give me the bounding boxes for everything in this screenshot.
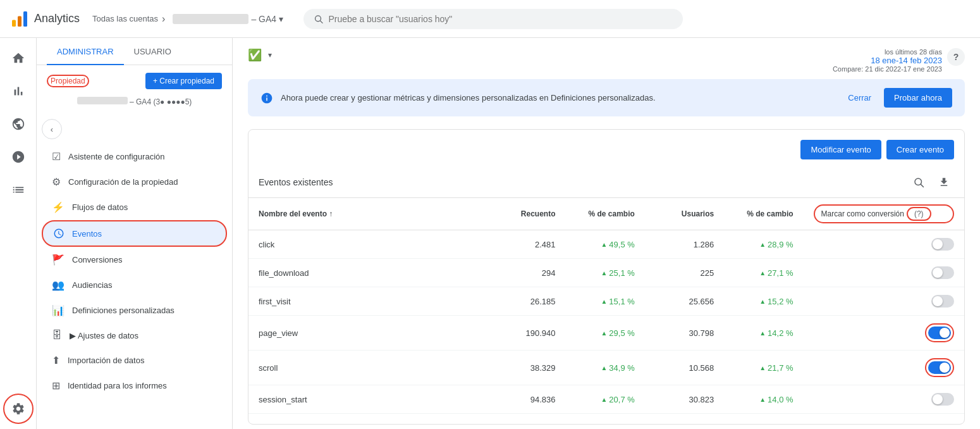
- propiedad-badge: Propiedad: [47, 75, 89, 87]
- cell-count-5: 94.836: [486, 385, 565, 414]
- sidebar-item-identidad-label: Identidad para los informes: [68, 381, 167, 390]
- table-row: click 2.481 ▲ 49,5 % 1.286 ▲ 28,9 %: [248, 230, 964, 259]
- sidebar-section-propiedad: Propiedad + Crear propiedad – GA4 (3● ●●…: [37, 65, 232, 116]
- events-icon: [53, 228, 64, 239]
- info-banner-icon: [260, 92, 273, 104]
- table-title-row: Eventos existentes: [248, 167, 964, 198]
- table-download-icon: [938, 177, 950, 188]
- cell-count-change-5: ▲ 20,7 %: [565, 385, 644, 414]
- date-range-label: los últimos 28 días: [833, 48, 942, 56]
- sidebar-item-audiencias[interactable]: 👥 Audiencias: [42, 273, 227, 297]
- cell-count-change-3: ▲ 29,5 %: [565, 316, 644, 351]
- table-title: Eventos existentes: [259, 177, 333, 187]
- col-users-change: % de cambio: [724, 198, 803, 230]
- events-table: Nombre del evento ↑ Recuento % de cambio…: [248, 198, 964, 414]
- table-row: first_visit 26.185 ▲ 15,1 % 25.656 ▲ 15,…: [248, 287, 964, 316]
- cell-toggle-2: [804, 287, 964, 316]
- cell-name-0: click: [248, 230, 486, 259]
- tab-administrar[interactable]: ADMINISTRAR: [47, 38, 124, 65]
- sidebar-item-asistente[interactable]: ☑ Asistente de configuración: [42, 144, 227, 169]
- col-usuarios: Usuarios: [645, 198, 724, 230]
- back-button[interactable]: ‹: [42, 119, 62, 139]
- modificar-evento-button[interactable]: Modificar evento: [800, 140, 881, 159]
- col-conversion: Marcar como conversión (?): [804, 198, 964, 230]
- table-row: scroll 38.329 ▲ 34,9 % 10.568 ▲ 21,7 %: [248, 351, 964, 385]
- nav-reports-icon[interactable]: [3, 76, 34, 106]
- search-bar[interactable]: [303, 9, 683, 29]
- property-ga4: – GA4 ▾: [251, 14, 283, 24]
- sidebar-item-flujos-label: Flujos de datos: [72, 202, 128, 212]
- conversion-header-badge: Marcar como conversión (?): [814, 204, 954, 223]
- status-check-icon: ✅: [248, 48, 262, 62]
- cerrar-button[interactable]: Cerrar: [843, 90, 876, 105]
- tab-usuario[interactable]: USUARIO: [124, 38, 181, 65]
- conversion-toggle-5[interactable]: [931, 393, 954, 406]
- table-row: file_download 294 ▲ 25,1 % 225 ▲ 27,1 %: [248, 259, 964, 287]
- sidebar-item-config-label: Configuración de la propiedad: [68, 177, 178, 187]
- audiencias-icon: 👥: [52, 279, 64, 291]
- sidebar-item-identidad[interactable]: ⊞ Identidad para los informes: [42, 373, 227, 398]
- conversion-toggle-2[interactable]: [931, 295, 954, 308]
- conversion-toggle-0[interactable]: [931, 238, 954, 251]
- table-search-icon: [913, 177, 924, 188]
- table-download-button[interactable]: [934, 172, 954, 192]
- conversion-toggle-3[interactable]: [928, 326, 951, 339]
- cell-count-1: 294: [486, 259, 565, 287]
- ajustes-icon: 🗄: [52, 330, 62, 341]
- nav-advertising-icon[interactable]: [3, 142, 34, 172]
- conversiones-icon: 🚩: [52, 254, 64, 266]
- conversion-question-icon[interactable]: (?): [907, 207, 931, 221]
- sidebar-item-definiciones-label: Definiciones personalizadas: [72, 306, 175, 315]
- conversion-toggle-4[interactable]: [928, 361, 951, 374]
- nav-home-icon[interactable]: [3, 43, 34, 73]
- cell-users-change-1: ▲ 27,1 %: [724, 259, 803, 287]
- breadcrumb[interactable]: Todas las cuentas ›: [92, 13, 165, 25]
- logo: Analytics: [10, 9, 80, 28]
- left-nav: [0, 38, 37, 429]
- svg-line-8: [921, 184, 923, 187]
- cell-users-2: 25.656: [645, 287, 724, 316]
- sidebar-item-definiciones[interactable]: 📊 Definiciones personalizadas: [42, 298, 227, 323]
- cell-name-5: session_start: [248, 385, 486, 414]
- crear-evento-button[interactable]: Crear evento: [886, 140, 954, 159]
- property-name: – GA4 (3● ●●●●5): [47, 94, 222, 111]
- cell-users-0: 1.286: [645, 230, 724, 259]
- probar-ahora-button[interactable]: Probar ahora: [884, 88, 952, 108]
- sidebar-item-ajustes[interactable]: 🗄 ▶ Ajustes de datos: [42, 323, 227, 347]
- search-input[interactable]: [328, 14, 673, 24]
- sidebar-item-audiencias-label: Audiencias: [72, 280, 113, 290]
- cell-toggle-5: [804, 385, 964, 414]
- nav-list-icon[interactable]: [3, 175, 34, 205]
- nav-explore-icon[interactable]: [3, 109, 34, 139]
- help-icon[interactable]: ?: [947, 48, 965, 66]
- crear-propiedad-button[interactable]: + Crear propiedad: [145, 73, 222, 89]
- svg-rect-2: [23, 11, 27, 27]
- svg-line-4: [321, 20, 323, 23]
- conversion-toggle-1[interactable]: [931, 266, 954, 279]
- sidebar-item-flujos[interactable]: ⚡ Flujos de datos: [42, 195, 227, 220]
- nav-settings-icon[interactable]: [3, 394, 34, 424]
- flow-icon: ⚡: [52, 201, 64, 213]
- col-nombre: Nombre del evento ↑: [248, 198, 486, 230]
- property-selector[interactable]: – GA4 ▾: [173, 14, 283, 24]
- sidebar-item-eventos[interactable]: Eventos: [42, 220, 227, 247]
- table-search-button[interactable]: [909, 172, 929, 192]
- cell-count-change-4: ▲ 34,9 %: [565, 351, 644, 385]
- sidebar-item-importacion-label: Importación de datos: [68, 356, 144, 365]
- sidebar-item-conversiones[interactable]: 🚩 Conversiones: [42, 247, 227, 272]
- sidebar-item-config[interactable]: ⚙ Configuración de la propiedad: [42, 170, 227, 194]
- identidad-icon: ⊞: [52, 380, 60, 392]
- cell-toggle-4: [804, 351, 964, 385]
- cell-users-change-2: ▲ 15,2 %: [724, 287, 803, 316]
- property-blurred: [173, 14, 248, 24]
- analytics-logo-icon: [10, 9, 29, 28]
- status-dropdown-icon[interactable]: ▾: [268, 51, 272, 59]
- table-row: page_view 190.940 ▲ 29,5 % 30.798 ▲ 14,2…: [248, 316, 964, 351]
- col-recuento: Recuento: [486, 198, 565, 230]
- breadcrumb-arrow-icon: ›: [162, 13, 165, 25]
- cell-users-change-0: ▲ 28,9 %: [724, 230, 803, 259]
- date-range-value[interactable]: 18 ene-14 feb 2023: [871, 56, 942, 65]
- cell-name-1: file_download: [248, 259, 486, 287]
- sidebar-item-importacion[interactable]: ⬆ Importación de datos: [42, 348, 227, 373]
- checkbox-icon: ☑: [52, 151, 61, 163]
